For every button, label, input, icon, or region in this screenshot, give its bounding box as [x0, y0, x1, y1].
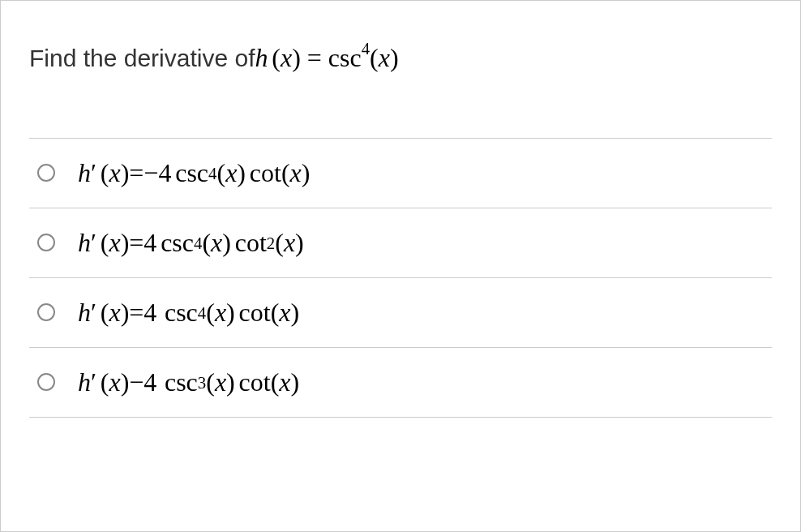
- opt-eq: =: [129, 298, 143, 328]
- option-4[interactable]: h′(x) − 4 csc3(x)cot(x): [29, 347, 772, 418]
- option-2-math: h′(x) = 4csc4(x)cot2(x): [78, 228, 304, 258]
- question-math: h(x) = csc4(x): [255, 41, 398, 73]
- option-3[interactable]: h′(x) = 4 csc4(x)cot(x): [29, 277, 772, 347]
- option-2[interactable]: h′(x) = 4csc4(x)cot2(x): [29, 208, 772, 277]
- option-4-math: h′(x) − 4 csc3(x)cot(x): [78, 367, 299, 397]
- opt-cot-exp: 2: [267, 234, 275, 253]
- opt-cot: cot: [250, 158, 281, 188]
- option-1-math: h′(x) = −4csc4(x)cot(x): [78, 158, 310, 188]
- opt-coef: 4: [143, 228, 156, 258]
- opt-csc: csc: [175, 158, 208, 188]
- math-equals: =: [301, 43, 328, 72]
- math-arg: x: [379, 43, 390, 72]
- opt-x: x: [109, 158, 120, 188]
- radio-button[interactable]: [37, 234, 55, 251]
- opt-x: x: [109, 228, 120, 258]
- opt-csc-exp: 4: [194, 234, 202, 253]
- opt-eq: =: [129, 158, 143, 188]
- opt-cot-arg: x: [279, 298, 290, 328]
- math-x: x: [281, 43, 292, 72]
- opt-cot-arg: x: [284, 228, 295, 258]
- option-1[interactable]: h′(x) = −4csc4(x)cot(x): [29, 138, 772, 208]
- opt-csc-arg: x: [215, 298, 226, 328]
- opt-csc: csc: [161, 228, 194, 258]
- opt-x: x: [109, 298, 120, 328]
- opt-csc-exp: 4: [208, 164, 216, 183]
- math-csc: csc: [328, 43, 362, 72]
- opt-eq: =: [129, 228, 143, 258]
- opt-coef: 4: [143, 298, 156, 328]
- radio-button[interactable]: [37, 303, 55, 321]
- opt-cot-arg: x: [279, 367, 290, 397]
- opt-h: h: [78, 298, 91, 328]
- opt-prime: ′: [91, 298, 96, 328]
- math-h: h: [255, 43, 268, 72]
- opt-prime: ′: [91, 158, 96, 188]
- opt-csc-arg: x: [225, 158, 237, 188]
- question-container: Find the derivative of h(x) = csc4(x) h′…: [1, 1, 800, 442]
- opt-cot: cot: [239, 298, 271, 328]
- opt-prime: ′: [91, 228, 96, 258]
- opt-csc-arg: x: [215, 367, 226, 397]
- opt-cot-arg: x: [290, 158, 302, 188]
- math-exp: 4: [362, 39, 370, 58]
- opt-csc: csc: [165, 298, 198, 328]
- opt-csc: csc: [165, 367, 198, 397]
- opt-csc-arg: x: [211, 228, 222, 258]
- opt-csc-exp: 4: [198, 303, 206, 323]
- radio-button[interactable]: [37, 164, 55, 182]
- opt-h: h: [78, 367, 91, 397]
- opt-h: h: [78, 158, 91, 188]
- options-list: h′(x) = −4csc4(x)cot(x) h′(x) = 4csc4(x)…: [29, 138, 772, 418]
- prompt-text: Find the derivative of: [29, 45, 255, 72]
- opt-x: x: [109, 367, 120, 397]
- opt-prime: ′: [91, 367, 96, 397]
- opt-cot: cot: [235, 228, 267, 258]
- opt-eq: −: [129, 367, 143, 397]
- opt-csc-exp: 3: [198, 373, 206, 393]
- option-3-math: h′(x) = 4 csc4(x)cot(x): [78, 298, 299, 328]
- opt-h: h: [78, 228, 91, 258]
- opt-coef: 4: [143, 367, 156, 397]
- question-prompt: Find the derivative of h(x) = csc4(x): [29, 41, 772, 73]
- opt-coef: −4: [143, 158, 171, 188]
- radio-button[interactable]: [37, 373, 55, 391]
- opt-cot: cot: [239, 367, 271, 397]
